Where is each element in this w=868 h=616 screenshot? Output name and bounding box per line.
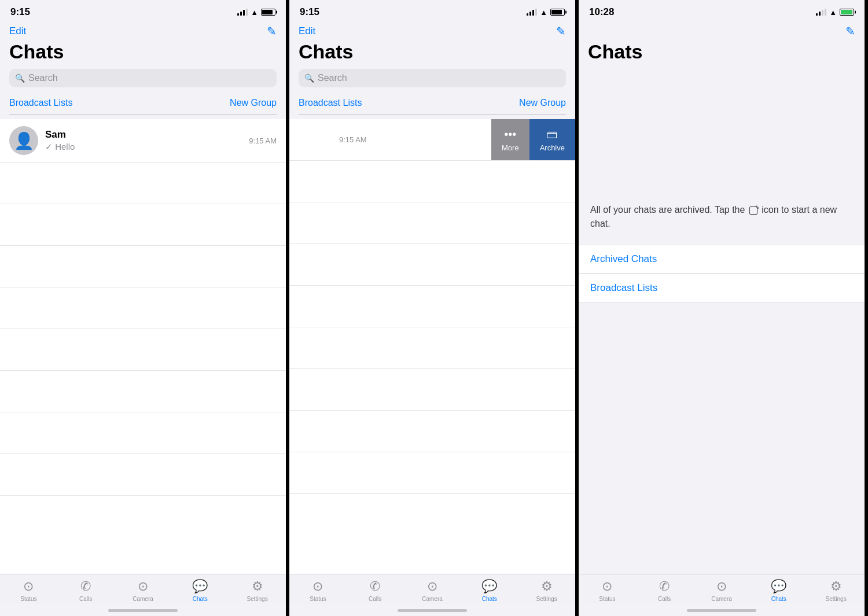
empty-row-1h bbox=[0, 454, 286, 496]
home-indicator-3 bbox=[579, 604, 865, 616]
swiped-chat-item[interactable]: 9:15 AM ••• More 🗃 Archive bbox=[289, 119, 575, 161]
empty-row-1g bbox=[0, 412, 286, 454]
search-bar-1[interactable]: 🔍 Search bbox=[9, 69, 277, 87]
home-indicator-2 bbox=[289, 604, 575, 616]
tab-calls-1[interactable]: ✆ Calls bbox=[57, 579, 115, 602]
empty-row-2a bbox=[289, 161, 575, 202]
search-placeholder-2: Search bbox=[318, 73, 347, 83]
status-tab-icon-3: ⊙ bbox=[602, 579, 612, 594]
signal-icon-2 bbox=[527, 9, 537, 16]
broadcast-lists-link-3[interactable]: Broadcast Lists bbox=[579, 274, 865, 303]
status-tab-icon-2: ⊙ bbox=[312, 579, 323, 594]
tab-chats-3[interactable]: 💬 Chats bbox=[750, 579, 807, 602]
camera-tab-icon-3: ⊙ bbox=[716, 579, 727, 594]
new-group-link-1[interactable]: New Group bbox=[230, 98, 277, 108]
chats-tab-icon-2: 💬 bbox=[481, 579, 497, 594]
empty-row-1b bbox=[0, 204, 286, 246]
compose-button-3[interactable]: ✎ bbox=[845, 24, 855, 38]
tab-settings-1[interactable]: ⚙ Settings bbox=[229, 579, 286, 602]
broadcast-lists-link-1[interactable]: Broadcast Lists bbox=[9, 98, 72, 108]
empty-state-text1: All of your chats are archived. Tap the bbox=[590, 205, 745, 215]
swiped-chat-time: 9:15 AM bbox=[339, 135, 367, 144]
search-icon-2: 🔍 bbox=[304, 73, 314, 83]
status-bar-3: 10:28 ▲ bbox=[579, 0, 865, 22]
tab-calls-2[interactable]: ✆ Calls bbox=[347, 579, 404, 602]
tab-status-2[interactable]: ⊙ Status bbox=[289, 579, 347, 602]
status-bar-2: 9:15 ▲ bbox=[289, 0, 575, 22]
status-time-1: 9:15 bbox=[10, 6, 30, 18]
tab-camera-1[interactable]: ⊙ Camera bbox=[115, 579, 172, 602]
archive-swipe-button[interactable]: 🗃 Archive bbox=[529, 119, 575, 160]
search-bar-2[interactable]: 🔍 Search bbox=[299, 69, 566, 87]
tab-bar-3: ⊙ Status ✆ Calls ⊙ Camera 💬 Chats ⚙ Sett… bbox=[579, 574, 865, 604]
page-title-3: Chats bbox=[588, 40, 855, 63]
header-top-1: Edit ✎ bbox=[9, 24, 277, 38]
empty-row-2g bbox=[289, 411, 575, 452]
links-section-3: Archived Chats Broadcast Lists bbox=[579, 245, 865, 303]
phone-panel-3: 10:28 ▲ ✎ Chats All of your chats are ar… bbox=[579, 0, 868, 616]
empty-state: All of your chats are archived. Tap the … bbox=[579, 189, 865, 245]
calls-tab-icon-2: ✆ bbox=[370, 579, 380, 594]
edit-button-2[interactable]: Edit bbox=[299, 25, 315, 37]
tab-calls-3[interactable]: ✆ Calls bbox=[636, 579, 693, 602]
empty-row-2d bbox=[289, 286, 575, 327]
tab-camera-2[interactable]: ⊙ Camera bbox=[404, 579, 461, 602]
camera-tab-icon-1: ⊙ bbox=[138, 579, 148, 594]
page-title-2: Chats bbox=[299, 40, 566, 63]
settings-tab-icon-2: ⚙ bbox=[541, 579, 553, 594]
page-title-1: Chats bbox=[9, 40, 277, 63]
tab-status-3[interactable]: ⊙ Status bbox=[579, 579, 636, 602]
chat-info-sam: Sam ✓ Hello bbox=[45, 129, 244, 152]
chat-list-1: 👤 Sam ✓ Hello 9:15 AM bbox=[0, 119, 286, 574]
edit-button-1[interactable]: Edit bbox=[9, 25, 26, 37]
archived-chats-link[interactable]: Archived Chats bbox=[579, 245, 865, 274]
home-indicator-1 bbox=[0, 604, 286, 616]
phone-panel-2: 9:15 ▲ Edit ✎ Chats 🔍 Search Broadcast L… bbox=[289, 0, 579, 616]
avatar-sam: 👤 bbox=[9, 126, 38, 155]
broadcast-lists-link-2[interactable]: Broadcast Lists bbox=[299, 98, 362, 108]
settings-tab-icon-1: ⚙ bbox=[252, 579, 263, 594]
tab-label-status-1: Status bbox=[20, 596, 36, 602]
empty-row-1a bbox=[0, 163, 286, 204]
more-icon: ••• bbox=[504, 128, 516, 141]
empty-row-2e bbox=[289, 327, 575, 369]
signal-icon-1 bbox=[237, 9, 248, 16]
battery-icon-1 bbox=[261, 9, 275, 16]
empty-row-2f bbox=[289, 369, 575, 411]
chat-list-2: 9:15 AM ••• More 🗃 Archive bbox=[289, 119, 575, 574]
more-swipe-button[interactable]: ••• More bbox=[491, 119, 529, 160]
tab-bar-2: ⊙ Status ✆ Calls ⊙ Camera 💬 Chats ⚙ Sett… bbox=[289, 574, 575, 604]
wifi-icon-3: ▲ bbox=[829, 8, 837, 17]
tab-label-calls-3: Calls bbox=[658, 596, 671, 602]
swipe-actions: ••• More 🗃 Archive bbox=[491, 119, 575, 160]
search-placeholder-1: Search bbox=[28, 73, 58, 83]
empty-row-2c bbox=[289, 244, 575, 286]
tab-label-chats-3: Chats bbox=[771, 596, 786, 602]
tab-label-camera-2: Camera bbox=[422, 596, 443, 602]
main-content-3: All of your chats are archived. Tap the … bbox=[579, 73, 865, 574]
empty-space-3 bbox=[579, 73, 865, 189]
status-tab-icon-1: ⊙ bbox=[23, 579, 34, 594]
chat-item-sam[interactable]: 👤 Sam ✓ Hello 9:15 AM bbox=[0, 119, 286, 163]
settings-tab-icon-3: ⚙ bbox=[830, 579, 842, 594]
tab-camera-3[interactable]: ⊙ Camera bbox=[693, 579, 751, 602]
home-bar-3 bbox=[687, 609, 756, 612]
tab-chats-2[interactable]: 💬 Chats bbox=[461, 579, 518, 602]
broadcast-row-1: Broadcast Lists New Group bbox=[9, 94, 277, 115]
chats-tab-icon-3: 💬 bbox=[771, 579, 786, 594]
header-top-3: ✎ bbox=[588, 24, 855, 38]
empty-row-1d bbox=[0, 287, 286, 329]
empty-row-1e bbox=[0, 329, 286, 371]
compose-button-1[interactable]: ✎ bbox=[267, 24, 277, 38]
tab-status-1[interactable]: ⊙ Status bbox=[0, 579, 57, 602]
compose-button-2[interactable]: ✎ bbox=[556, 24, 566, 38]
new-group-link-2[interactable]: New Group bbox=[519, 98, 566, 108]
empty-row-2b bbox=[289, 202, 575, 244]
header-2: Edit ✎ Chats 🔍 Search Broadcast Lists Ne… bbox=[289, 22, 575, 119]
camera-tab-icon-2: ⊙ bbox=[427, 579, 437, 594]
tab-chats-1[interactable]: 💬 Chats bbox=[171, 579, 229, 602]
status-icons-1: ▲ bbox=[237, 8, 275, 17]
broadcast-row-2: Broadcast Lists New Group bbox=[299, 94, 566, 115]
tab-settings-2[interactable]: ⚙ Settings bbox=[518, 579, 575, 602]
tab-settings-3[interactable]: ⚙ Settings bbox=[807, 579, 865, 602]
